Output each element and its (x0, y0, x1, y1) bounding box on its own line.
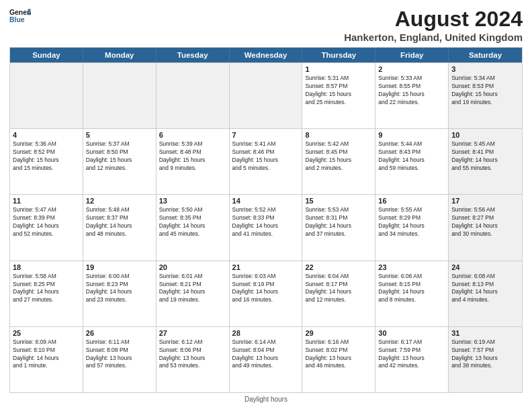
day-number: 25 (13, 329, 80, 337)
cal-cell-r0-c4: 1Sunrise: 5:31 AM Sunset: 8:57 PM Daylig… (302, 63, 375, 128)
cell-info: Sunrise: 5:48 AM Sunset: 8:37 PM Dayligh… (86, 206, 153, 238)
day-header-tuesday: Tuesday (157, 48, 230, 62)
day-number: 2 (378, 65, 445, 73)
cell-info: Sunrise: 5:36 AM Sunset: 8:52 PM Dayligh… (13, 140, 80, 173)
cal-cell-r3-c5: 23Sunrise: 6:06 AM Sunset: 8:15 PM Dayli… (375, 261, 449, 326)
cell-info: Sunrise: 5:34 AM Sunset: 8:53 PM Dayligh… (451, 75, 519, 107)
cal-cell-r3-c0: 18Sunrise: 5:58 AM Sunset: 8:25 PM Dayli… (10, 261, 83, 326)
cell-info: Sunrise: 6:04 AM Sunset: 8:17 PM Dayligh… (305, 273, 372, 305)
day-header-monday: Monday (83, 48, 157, 62)
day-number: 23 (378, 263, 445, 271)
calendar-row-4: 25Sunrise: 6:09 AM Sunset: 8:10 PM Dayli… (10, 326, 522, 392)
day-number: 18 (13, 263, 80, 271)
day-number: 1 (305, 65, 372, 73)
calendar-header: SundayMondayTuesdayWednesdayThursdayFrid… (10, 48, 522, 62)
cell-info: Sunrise: 5:50 AM Sunset: 8:35 PM Dayligh… (159, 206, 226, 238)
cal-cell-r1-c2: 6Sunrise: 5:39 AM Sunset: 8:48 PM Daylig… (157, 129, 230, 194)
cal-cell-r2-c3: 14Sunrise: 5:52 AM Sunset: 8:33 PM Dayli… (230, 195, 303, 260)
cell-info: Sunrise: 5:45 AM Sunset: 8:41 PM Dayligh… (451, 140, 519, 173)
header: General Blue August 2024 Hankerton, Engl… (9, 7, 523, 43)
cell-info: Sunrise: 6:17 AM Sunset: 7:59 PM Dayligh… (378, 338, 445, 371)
cal-cell-r1-c6: 10Sunrise: 5:45 AM Sunset: 8:41 PM Dayli… (449, 129, 522, 194)
cell-info: Sunrise: 5:53 AM Sunset: 8:31 PM Dayligh… (305, 206, 372, 238)
cal-cell-r3-c4: 22Sunrise: 6:04 AM Sunset: 8:17 PM Dayli… (302, 261, 375, 326)
cell-info: Sunrise: 6:01 AM Sunset: 8:21 PM Dayligh… (159, 273, 226, 305)
day-number: 29 (305, 329, 372, 337)
footer-text: Daylight hours (245, 396, 287, 403)
cal-cell-r4-c3: 28Sunrise: 6:14 AM Sunset: 8:04 PM Dayli… (230, 327, 303, 392)
day-number: 28 (232, 329, 300, 337)
cell-info: Sunrise: 6:06 AM Sunset: 8:15 PM Dayligh… (378, 273, 445, 305)
cell-info: Sunrise: 5:47 AM Sunset: 8:39 PM Dayligh… (13, 206, 80, 238)
calendar-row-1: 4Sunrise: 5:36 AM Sunset: 8:52 PM Daylig… (10, 128, 522, 194)
cal-cell-r2-c0: 11Sunrise: 5:47 AM Sunset: 8:39 PM Dayli… (10, 195, 83, 260)
cal-cell-r3-c2: 20Sunrise: 6:01 AM Sunset: 8:21 PM Dayli… (157, 261, 230, 326)
cal-cell-r4-c5: 30Sunrise: 6:17 AM Sunset: 7:59 PM Dayli… (375, 327, 449, 392)
cell-info: Sunrise: 5:58 AM Sunset: 8:25 PM Dayligh… (13, 273, 80, 305)
logo: General Blue (9, 7, 31, 26)
cell-info: Sunrise: 6:09 AM Sunset: 8:10 PM Dayligh… (13, 338, 80, 371)
logo-icon: General Blue (9, 7, 31, 26)
day-number: 31 (451, 329, 519, 337)
day-header-friday: Friday (375, 48, 449, 62)
cal-cell-r1-c1: 5Sunrise: 5:37 AM Sunset: 8:50 PM Daylig… (83, 129, 157, 194)
day-number: 19 (86, 263, 153, 271)
cal-cell-r1-c0: 4Sunrise: 5:36 AM Sunset: 8:52 PM Daylig… (10, 129, 83, 194)
cell-info: Sunrise: 6:03 AM Sunset: 8:19 PM Dayligh… (232, 273, 300, 305)
cell-info: Sunrise: 5:31 AM Sunset: 8:57 PM Dayligh… (305, 75, 372, 107)
cal-cell-r1-c5: 9Sunrise: 5:44 AM Sunset: 8:43 PM Daylig… (375, 129, 449, 194)
day-header-wednesday: Wednesday (230, 48, 303, 62)
cell-info: Sunrise: 5:55 AM Sunset: 8:29 PM Dayligh… (378, 206, 445, 238)
cal-cell-r4-c6: 31Sunrise: 6:19 AM Sunset: 7:57 PM Dayli… (449, 327, 522, 392)
cal-cell-r0-c3 (230, 63, 303, 128)
cal-cell-r1-c4: 8Sunrise: 5:42 AM Sunset: 8:45 PM Daylig… (302, 129, 375, 194)
cell-info: Sunrise: 5:39 AM Sunset: 8:48 PM Dayligh… (159, 140, 226, 173)
cal-cell-r0-c1 (83, 63, 157, 128)
day-number: 11 (13, 197, 80, 205)
day-number: 10 (451, 131, 519, 139)
cal-cell-r2-c1: 12Sunrise: 5:48 AM Sunset: 8:37 PM Dayli… (83, 195, 157, 260)
cell-info: Sunrise: 5:44 AM Sunset: 8:43 PM Dayligh… (378, 140, 445, 173)
day-number: 15 (305, 197, 372, 205)
day-number: 7 (232, 131, 300, 139)
cal-cell-r3-c3: 21Sunrise: 6:03 AM Sunset: 8:19 PM Dayli… (230, 261, 303, 326)
cell-info: Sunrise: 5:37 AM Sunset: 8:50 PM Dayligh… (86, 140, 153, 173)
day-number: 6 (159, 131, 226, 139)
day-number: 14 (232, 197, 300, 205)
cell-info: Sunrise: 5:33 AM Sunset: 8:55 PM Dayligh… (378, 75, 445, 107)
day-number: 21 (232, 263, 300, 271)
cal-cell-r2-c5: 16Sunrise: 5:55 AM Sunset: 8:29 PM Dayli… (375, 195, 449, 260)
day-number: 20 (159, 263, 226, 271)
cal-cell-r2-c2: 13Sunrise: 5:50 AM Sunset: 8:35 PM Dayli… (157, 195, 230, 260)
day-number: 26 (86, 329, 153, 337)
cell-info: Sunrise: 6:19 AM Sunset: 7:57 PM Dayligh… (451, 338, 519, 371)
day-header-thursday: Thursday (302, 48, 375, 62)
cal-cell-r4-c2: 27Sunrise: 6:12 AM Sunset: 8:06 PM Dayli… (157, 327, 230, 392)
calendar-row-2: 11Sunrise: 5:47 AM Sunset: 8:39 PM Dayli… (10, 194, 522, 260)
cal-cell-r0-c0 (10, 63, 83, 128)
cell-info: Sunrise: 5:42 AM Sunset: 8:45 PM Dayligh… (305, 140, 372, 173)
day-number: 4 (13, 131, 80, 139)
cal-cell-r0-c2 (157, 63, 230, 128)
cell-info: Sunrise: 6:16 AM Sunset: 8:02 PM Dayligh… (305, 338, 372, 371)
cell-info: Sunrise: 5:52 AM Sunset: 8:33 PM Dayligh… (232, 206, 300, 238)
cell-info: Sunrise: 6:12 AM Sunset: 8:06 PM Dayligh… (159, 338, 226, 371)
cell-info: Sunrise: 6:14 AM Sunset: 8:04 PM Dayligh… (232, 338, 300, 371)
calendar-body: 1Sunrise: 5:31 AM Sunset: 8:57 PM Daylig… (10, 62, 522, 392)
day-header-sunday: Sunday (10, 48, 83, 62)
day-number: 13 (159, 197, 226, 205)
day-number: 22 (305, 263, 372, 271)
day-number: 27 (159, 329, 226, 337)
cal-cell-r1-c3: 7Sunrise: 5:41 AM Sunset: 8:46 PM Daylig… (230, 129, 303, 194)
day-number: 12 (86, 197, 153, 205)
svg-text:General: General (9, 9, 31, 16)
day-number: 5 (86, 131, 153, 139)
cal-cell-r4-c0: 25Sunrise: 6:09 AM Sunset: 8:10 PM Dayli… (10, 327, 83, 392)
cal-cell-r3-c1: 19Sunrise: 6:00 AM Sunset: 8:23 PM Dayli… (83, 261, 157, 326)
cal-cell-r2-c6: 17Sunrise: 5:56 AM Sunset: 8:27 PM Dayli… (449, 195, 522, 260)
cal-cell-r4-c4: 29Sunrise: 6:16 AM Sunset: 8:02 PM Dayli… (302, 327, 375, 392)
day-number: 9 (378, 131, 445, 139)
cal-cell-r2-c4: 15Sunrise: 5:53 AM Sunset: 8:31 PM Dayli… (302, 195, 375, 260)
day-number: 17 (451, 197, 519, 205)
page: General Blue August 2024 Hankerton, Engl… (0, 0, 532, 411)
